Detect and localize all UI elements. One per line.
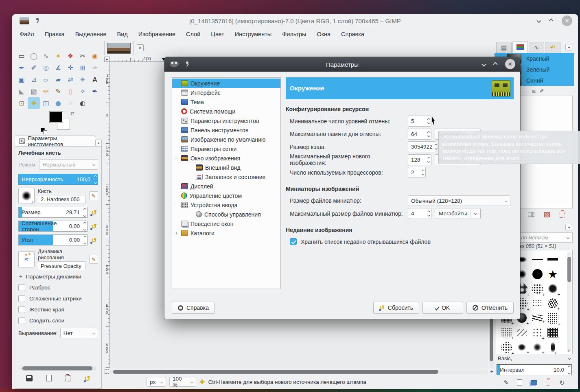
max-new-image-size-spin[interactable]: 128 (408, 154, 431, 165)
tool-option-checkbox-row[interactable]: Сглаженные штрихи (18, 293, 98, 304)
prefs-input-devices[interactable]: − Устройства ввода (172, 200, 280, 210)
tool-zoom[interactable]: ◎ (40, 62, 52, 74)
tool-eraser[interactable]: ▯ (64, 85, 77, 97)
tree-expander[interactable]: + (175, 230, 179, 236)
tool-heal[interactable]: ✚ (28, 97, 40, 109)
brush-grid-scrollbar[interactable]: ∨ (567, 252, 571, 352)
reset-angle-button[interactable]: ↺ (90, 236, 98, 244)
checkbox[interactable] (18, 284, 25, 291)
brush-thumb[interactable] (517, 329, 527, 336)
menu-item[interactable]: Вид (117, 31, 127, 37)
brush-thumb[interactable] (532, 269, 543, 279)
cancel-button[interactable]: Отменить (466, 302, 514, 314)
tree-expander[interactable]: − (175, 202, 179, 208)
prefs-grid[interactable]: Параметры сетки (172, 144, 280, 153)
image-tab-close-icon[interactable]: ✕ (137, 44, 144, 51)
tool-select-by-color[interactable]: ❖ (64, 50, 77, 62)
edit-brush-button[interactable]: ✎ (89, 191, 98, 200)
delete-tool-options-icon[interactable] (65, 375, 70, 381)
brush-name-field[interactable]: 2. Hardness 050 (38, 195, 86, 204)
dock-collapse-button[interactable]: ◂ (565, 224, 572, 230)
tool-free-select[interactable]: ∿ (40, 50, 52, 62)
help-button[interactable]: Справка (172, 302, 215, 314)
min-undo-levels-spin[interactable]: 5 (408, 116, 431, 127)
tool-option-checkbox-row[interactable]: Жёсткие края (18, 304, 98, 315)
tab-undo-history[interactable]: ↶ (545, 42, 560, 53)
tool-dodge-burn[interactable]: ◐ (77, 97, 89, 109)
tool-unified-transform[interactable]: ⊿ (28, 74, 40, 85)
tool-knife[interactable]: ✑ (89, 62, 101, 74)
num-processors-spin[interactable]: 2 (408, 167, 426, 178)
menu-item[interactable]: Выделение (75, 31, 107, 37)
alignment-select[interactable]: Нет (60, 328, 98, 338)
menu-item[interactable]: Слой (186, 31, 200, 37)
tool-color-picker[interactable]: ✐ (28, 62, 40, 74)
tool-rect-select[interactable]: ▭ (15, 50, 28, 62)
refresh-brushes-icon[interactable]: ↻ (559, 379, 565, 387)
prefs-appearance[interactable]: Внешний вид (172, 163, 280, 172)
pin-icon[interactable] (35, 18, 40, 23)
prefs-color-management[interactable]: Управление цветом (172, 191, 280, 200)
tool-option-checkbox-row[interactable]: Разброс (18, 282, 98, 293)
opacity-slider[interactable]: Непрозрачность 100,0 (18, 174, 98, 185)
size-slider[interactable]: Размер 29,71 (18, 207, 88, 218)
tool-cage-transform[interactable]: ✳ (77, 74, 89, 85)
menu-item[interactable]: Фильтры (282, 31, 306, 37)
tool-align[interactable]: ⊞ (77, 62, 89, 74)
tool-pencil[interactable]: ✏ (40, 85, 52, 97)
prefs-interface[interactable]: Интерфейс (172, 88, 280, 97)
tool-airbrush[interactable]: ✧ (77, 85, 89, 97)
tool-fuzzy-select[interactable]: ✶ (52, 50, 64, 62)
dock-collapse-button[interactable]: ◂ (95, 140, 102, 146)
tool-blur[interactable]: ● (52, 97, 64, 109)
tool-flip[interactable]: ⇄ (64, 74, 77, 85)
minimize-button[interactable] (536, 18, 541, 23)
tool-crop[interactable]: ▣ (15, 74, 28, 85)
thumbnail-filesize-unit-select[interactable]: Мегабайты (435, 208, 481, 219)
duplicate-brush-icon[interactable] (531, 380, 537, 385)
brush-thumb[interactable] (532, 299, 542, 307)
save-tool-options-icon[interactable] (26, 375, 33, 381)
prefs-folders[interactable]: + Каталоги (172, 228, 280, 238)
brush-thumb[interactable] (547, 328, 558, 337)
tool-scissors-select[interactable]: ✂ (77, 50, 89, 62)
brush-thumb[interactable] (532, 283, 543, 294)
prefs-environment[interactable]: Окружение (172, 79, 280, 88)
tab-tool-options[interactable]: Параметры инструментов (15, 136, 95, 146)
prefs-toolbox[interactable]: Панель инструментов (172, 125, 280, 135)
horizontal-scrollbar[interactable] (110, 370, 488, 374)
pin-icon[interactable] (185, 61, 190, 67)
thumbnail-size-select[interactable]: Обычный (128×128) (408, 195, 510, 206)
tool-paintbrush[interactable]: ✎ (52, 85, 64, 97)
tool-smudge[interactable]: ☞ (64, 97, 77, 109)
checkbox[interactable] (18, 295, 25, 302)
tool-ink[interactable]: ✒ (89, 85, 101, 97)
dock-collapse-button[interactable]: ◂ (565, 44, 572, 50)
brush-preview[interactable]: + (18, 188, 35, 204)
reset-button[interactable]: ↺ Сбросить (373, 302, 419, 314)
swap-colors-icon[interactable]: ⇄ (70, 111, 74, 116)
brush-thumb[interactable] (548, 298, 558, 308)
tool-move[interactable]: ✛ (64, 62, 77, 74)
dialog-maximize-button[interactable] (493, 62, 497, 66)
tool-options-scrollbar[interactable] (20, 366, 96, 370)
tool-bucket-fill[interactable]: ◣ (15, 85, 28, 97)
tool-text[interactable]: A (89, 74, 101, 85)
image-tab[interactable] (104, 41, 134, 55)
channel-to-selection-button[interactable] (544, 212, 550, 217)
menu-item[interactable]: Правка (45, 31, 65, 37)
ok-button[interactable]: OK (422, 302, 463, 314)
prefs-display[interactable]: Дисплей (172, 182, 280, 191)
unit-select[interactable]: px (147, 377, 166, 387)
tool-perspective-clone[interactable]: ◫ (40, 97, 52, 109)
prefs-input-controllers[interactable]: Способы управления (172, 210, 280, 219)
brush-thumb[interactable] (532, 342, 542, 352)
dynamics-options-expander[interactable]: +Параметры динамики (19, 273, 98, 280)
prefs-help-system[interactable]: Система помощи (172, 107, 280, 116)
max-undo-memory-spin[interactable]: 64 (408, 129, 431, 140)
checkbox[interactable] (18, 317, 25, 324)
brush-thumb[interactable] (547, 283, 558, 294)
tab-channels[interactable] (512, 41, 528, 53)
max-thumbnail-filesize-spin[interactable]: 4 (408, 208, 431, 219)
tile-cache-spin[interactable]: 3054922 (408, 141, 436, 152)
